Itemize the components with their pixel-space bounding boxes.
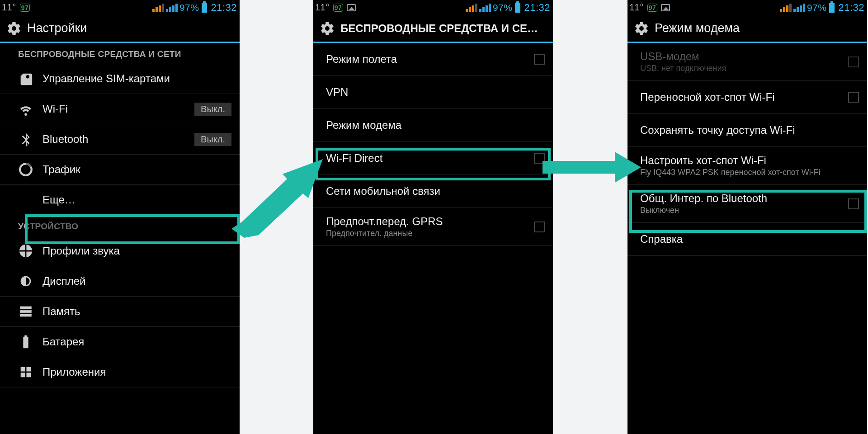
battery-icon	[515, 3, 520, 13]
traffic-label: Трафик	[42, 163, 231, 176]
tethering-item[interactable]: Режим модема	[313, 109, 553, 142]
page-title: БЕСПРОВОДНЫЕ СРЕДСТВА И СЕ…	[340, 22, 538, 35]
display-item[interactable]: Дисплей	[0, 266, 240, 297]
sim-label: Управление SIM-картами	[42, 72, 231, 85]
gallery-icon	[661, 4, 670, 11]
tethering-label: Режим модема	[326, 119, 545, 132]
usb-modem-label: USB-модем	[640, 50, 844, 63]
battery-percent: 97%	[493, 2, 513, 13]
phone-screen-3: 11° 97 97% 21:32 Режим модема USB-модем …	[627, 0, 867, 434]
sound-profiles-item[interactable]: Профили звука	[0, 236, 240, 266]
battery-item[interactable]: Батарея	[0, 327, 240, 357]
vpn-item[interactable]: VPN	[313, 76, 553, 109]
bluetooth-toggle[interactable]: Выкл.	[194, 133, 231, 146]
svg-rect-3	[20, 307, 32, 309]
gprs-checkbox[interactable]	[534, 222, 545, 232]
battery-icon	[202, 3, 207, 13]
sim-icon	[18, 71, 33, 86]
battery-percent: 97%	[179, 2, 199, 13]
apps-icon	[18, 364, 33, 380]
help-item[interactable]: Справка	[627, 223, 867, 256]
storage-icon	[18, 304, 33, 319]
more-label: Еще…	[42, 193, 231, 206]
svg-marker-13	[542, 152, 641, 183]
page-title: Режим модема	[655, 21, 740, 35]
cpu-badge-icon: 97	[20, 4, 30, 12]
usb-modem-item: USB-модем USB: нет подключения	[627, 43, 867, 81]
gear-icon	[320, 21, 335, 36]
gallery-icon	[347, 4, 356, 11]
svg-rect-7	[24, 335, 27, 337]
signal-sim2-icon	[166, 4, 178, 12]
svg-rect-11	[26, 373, 31, 377]
storage-item[interactable]: Память	[0, 297, 240, 327]
phone-screen-2: 11° 97 97% 21:32 БЕСПРОВОДНЫЕ СРЕДСТВА И…	[313, 0, 553, 434]
airplane-mode-item[interactable]: Режим полета	[313, 43, 553, 76]
portable-hotspot-item[interactable]: Переносной хот-спот Wi-Fi	[627, 81, 867, 114]
clock: 21:32	[838, 2, 864, 14]
bluetooth-label: Bluetooth	[42, 133, 194, 146]
temp-indicator: 11°	[2, 2, 16, 13]
sim-management-item[interactable]: Управление SIM-картами	[0, 64, 240, 94]
temp-indicator: 11°	[629, 2, 644, 13]
battery-percent: 97%	[807, 2, 827, 13]
battery-label: Батарея	[42, 335, 231, 348]
configure-hotspot-sublabel: Fly IQ443 WPA2 PSK переносной хот-спот W…	[640, 168, 859, 177]
bluetooth-share-label: Общ. Интер. по Bluetooth	[640, 192, 844, 205]
gprs-label: Предпочт.перед. GPRS	[326, 215, 529, 228]
bluetooth-share-item[interactable]: Общ. Интер. по Bluetooth Выключен	[627, 185, 867, 223]
cpu-badge-icon: 97	[333, 4, 344, 12]
action-bar: Настройки	[0, 15, 240, 43]
svg-point-0	[26, 75, 29, 78]
display-label: Дисплей	[42, 275, 231, 288]
keep-hotspot-item[interactable]: Сохранять точку доступа Wi-Fi	[627, 114, 867, 147]
signal-sim2-icon	[793, 4, 805, 12]
arrow-1-icon	[226, 149, 330, 240]
temp-indicator: 11°	[315, 2, 330, 13]
action-bar[interactable]: Режим модема	[627, 15, 867, 43]
more-item[interactable]: Еще…	[0, 185, 240, 215]
section-device-header: УСТРОЙСТВО	[0, 215, 240, 236]
mobile-networks-label: Сети мобильной связи	[326, 185, 545, 198]
clock: 21:32	[524, 2, 550, 14]
svg-rect-8	[21, 367, 25, 372]
usb-checkbox	[848, 57, 859, 67]
arrow-2-icon	[542, 149, 642, 185]
apps-item[interactable]: Приложения	[0, 357, 240, 387]
wifi-direct-label: Wi-Fi Direct	[326, 152, 529, 165]
wifi-direct-item[interactable]: Wi-Fi Direct	[313, 142, 553, 175]
action-bar[interactable]: БЕСПРОВОДНЫЕ СРЕДСТВА И СЕ…	[313, 15, 553, 43]
bluetooth-share-checkbox[interactable]	[848, 198, 859, 209]
svg-rect-5	[20, 314, 32, 317]
gprs-sublabel: Предпочтител. данные	[326, 229, 529, 238]
watermark: mneinteresnovse.ru	[745, 431, 862, 434]
hotspot-checkbox[interactable]	[848, 92, 859, 103]
storage-label: Память	[42, 305, 231, 318]
mobile-networks-item[interactable]: Сети мобильной связи	[313, 175, 553, 208]
phone-screen-1: 11° 97 97% 21:32 Настройки БЕСПРОВОДНЫЕ …	[0, 0, 240, 434]
signal-sim2-icon	[479, 4, 491, 12]
battery-setting-icon	[18, 334, 33, 349]
wifi-item[interactable]: Wi-Fi Выкл.	[0, 94, 240, 124]
airplane-checkbox[interactable]	[534, 54, 545, 65]
help-label: Справка	[640, 233, 859, 245]
clock: 21:32	[211, 2, 237, 14]
signal-sim1-icon	[466, 4, 477, 12]
traffic-item[interactable]: Трафик	[0, 155, 240, 185]
vpn-label: VPN	[326, 86, 545, 99]
page-title: Настройки	[27, 21, 87, 35]
gear-icon	[6, 21, 22, 36]
configure-hotspot-label: Настроить хот-спот Wi-Fi	[640, 154, 859, 167]
svg-rect-4	[20, 310, 32, 313]
airplane-label: Режим полета	[326, 53, 529, 66]
wifi-toggle[interactable]: Выкл.	[194, 103, 231, 116]
signal-sim1-icon	[152, 4, 164, 12]
svg-rect-9	[26, 367, 31, 372]
bluetooth-item[interactable]: Bluetooth Выкл.	[0, 124, 240, 155]
cpu-badge-icon: 97	[647, 4, 658, 12]
svg-rect-6	[23, 337, 28, 349]
gprs-item[interactable]: Предпочт.перед. GPRS Предпочтител. данны…	[313, 208, 553, 246]
configure-hotspot-item[interactable]: Настроить хот-спот Wi-Fi Fly IQ443 WPA2 …	[627, 147, 867, 185]
hotspot-label: Переносной хот-спот Wi-Fi	[640, 91, 844, 104]
sound-icon	[18, 243, 33, 259]
